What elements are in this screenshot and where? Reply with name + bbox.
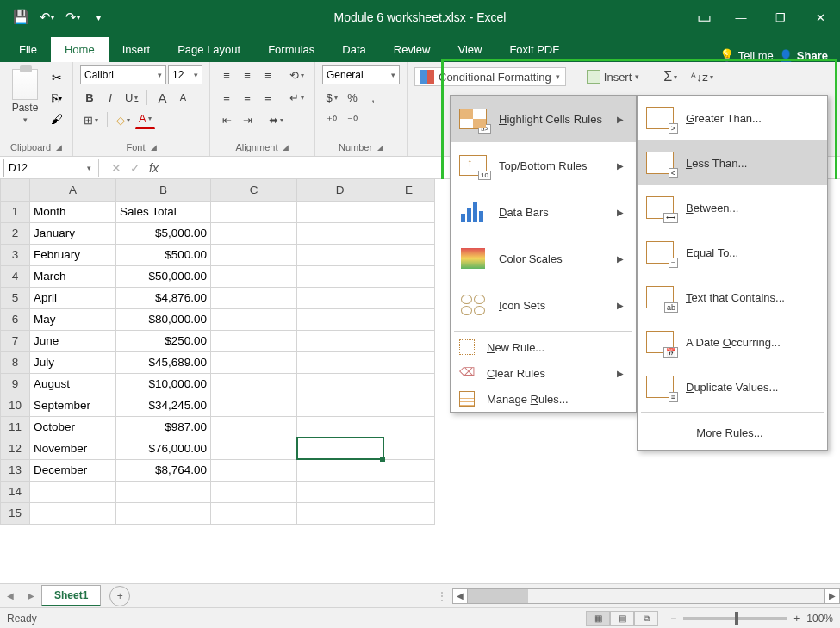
cell[interactable]: November	[30, 438, 116, 459]
tab-home[interactable]: Home	[51, 37, 109, 62]
shrink-font-button[interactable]: A	[173, 88, 192, 107]
font-launcher[interactable]: ◢	[151, 143, 157, 152]
comma-format-button[interactable]: ,	[364, 88, 383, 107]
number-launcher[interactable]: ◢	[377, 143, 383, 152]
wrap-text-button[interactable]: ↵	[286, 88, 308, 107]
sort-filter-button[interactable]: ᴬ↓ᴢ	[688, 67, 717, 86]
sheet-nav-next[interactable]: ▶	[21, 591, 41, 600]
cell[interactable]	[211, 287, 297, 308]
bold-button[interactable]: B	[80, 88, 99, 107]
cell[interactable]: $76,000.00	[116, 438, 211, 459]
cell[interactable]: $80,000.00	[116, 308, 211, 330]
cell[interactable]: $8,764.00	[116, 459, 211, 481]
cell[interactable]	[211, 416, 297, 438]
align-center-button[interactable]: ≡	[238, 88, 257, 107]
column-header-a[interactable]: A	[30, 179, 116, 201]
menu-item-date[interactable]: 📅A Date Occurring...	[638, 320, 827, 364]
cell[interactable]: August	[30, 373, 116, 395]
menu-item-highlight[interactable]: 5>Highlight Cells Rules▶	[451, 96, 636, 142]
share-button[interactable]: 👤Share	[779, 49, 828, 62]
cell[interactable]: October	[30, 416, 116, 438]
cell[interactable]: December	[30, 459, 116, 481]
decrease-decimal-button[interactable]: ⁻⁰	[343, 110, 362, 129]
font-size-combo[interactable]: 12▾	[168, 65, 202, 84]
cell[interactable]	[211, 438, 297, 459]
cell[interactable]	[383, 222, 435, 244]
cell[interactable]: $500.00	[116, 244, 211, 265]
view-normal-button[interactable]: ▦	[586, 611, 610, 626]
font-name-combo[interactable]: Calibri▾	[80, 65, 166, 84]
menu-item-more-rules[interactable]: More Rules...	[638, 415, 827, 450]
menu-item-colorscales[interactable]: Color Scales▶	[451, 235, 636, 282]
close-button[interactable]: ✕	[800, 0, 840, 34]
view-page-break-button[interactable]: ⧉	[634, 611, 658, 626]
cell[interactable]	[211, 395, 297, 416]
row-header[interactable]: 13	[1, 459, 30, 481]
zoom-slider[interactable]	[683, 617, 787, 620]
new-sheet-button[interactable]: +	[109, 586, 130, 606]
align-middle-button[interactable]: ≡	[238, 65, 257, 84]
zoom-out-button[interactable]: −	[670, 612, 676, 625]
align-bottom-button[interactable]: ≡	[258, 65, 277, 84]
cell[interactable]	[297, 459, 383, 481]
italic-button[interactable]: I	[101, 88, 120, 107]
row-header[interactable]: 9	[1, 373, 30, 395]
column-header-d[interactable]: D	[297, 179, 383, 201]
sheet-nav-prev[interactable]: ◀	[0, 591, 21, 600]
redo-button[interactable]: ↷▾	[60, 5, 84, 29]
zoom-level[interactable]: 100%	[806, 612, 833, 625]
name-box[interactable]: D12▾	[3, 159, 96, 177]
cell[interactable]	[116, 481, 211, 502]
border-button[interactable]: ⊞	[80, 110, 102, 129]
cell[interactable]: February	[30, 244, 116, 265]
increase-decimal-button[interactable]: ⁺⁰	[322, 110, 341, 129]
align-top-button[interactable]: ≡	[217, 65, 236, 84]
menu-item-newrule[interactable]: New Rule...	[451, 334, 636, 360]
sheet-tab-sheet1[interactable]: Sheet1	[41, 585, 101, 606]
scroll-thumb[interactable]	[468, 589, 528, 603]
cell[interactable]	[383, 287, 435, 308]
cell[interactable]	[383, 416, 435, 438]
autosum-button[interactable]: Σ	[660, 67, 681, 86]
tab-review[interactable]: Review	[380, 37, 445, 62]
cell[interactable]	[211, 244, 297, 265]
underline-button[interactable]: U	[121, 88, 141, 107]
cell[interactable]	[297, 373, 383, 395]
menu-item-equal[interactable]: =Equal To...	[638, 230, 827, 275]
cell[interactable]	[297, 201, 383, 222]
menu-item-gt[interactable]: >Greater Than...	[638, 96, 827, 140]
cell[interactable]	[383, 459, 435, 481]
cell[interactable]	[297, 222, 383, 244]
menu-item-dup[interactable]: ≡Duplicate Values...	[638, 364, 827, 409]
cell[interactable]: $50,000.00	[116, 265, 211, 287]
cell[interactable]	[211, 351, 297, 373]
cell[interactable]: September	[30, 395, 116, 416]
menu-item-manage[interactable]: Manage Rules...	[451, 386, 636, 412]
cell[interactable]	[297, 330, 383, 351]
clipboard-launcher[interactable]: ◢	[56, 143, 62, 152]
cell[interactable]	[383, 351, 435, 373]
tab-formulas[interactable]: Formulas	[254, 37, 328, 62]
ribbon-options-button[interactable]: ▭	[687, 0, 721, 34]
row-header[interactable]: 2	[1, 222, 30, 244]
tab-insert[interactable]: Insert	[109, 37, 165, 62]
menu-item-text[interactable]: abText that Contains...	[638, 275, 827, 320]
tab-page-layout[interactable]: Page Layout	[164, 37, 254, 62]
cell[interactable]: March	[30, 265, 116, 287]
cell[interactable]	[297, 502, 383, 524]
grow-font-button[interactable]: A	[152, 88, 171, 107]
cell[interactable]: $45,689.00	[116, 351, 211, 373]
cell[interactable]	[297, 481, 383, 502]
tab-file[interactable]: File	[5, 37, 51, 62]
row-header[interactable]: 12	[1, 438, 30, 459]
cell[interactable]: July	[30, 351, 116, 373]
row-header[interactable]: 15	[1, 502, 30, 524]
cell[interactable]	[383, 395, 435, 416]
orientation-button[interactable]: ⟲	[286, 65, 308, 84]
insert-function-button[interactable]: fx	[149, 161, 159, 175]
cell[interactable]: Sales Total	[116, 201, 211, 222]
cell[interactable]	[297, 416, 383, 438]
undo-button[interactable]: ↶▾	[34, 5, 59, 29]
cell[interactable]: $987.00	[116, 416, 211, 438]
zoom-in-button[interactable]: +	[793, 612, 800, 625]
